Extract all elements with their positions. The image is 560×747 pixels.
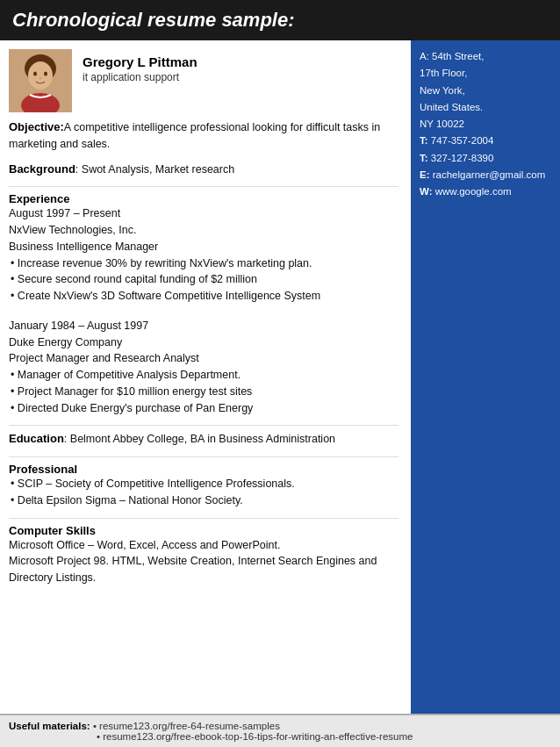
footer-link2[interactable]: • resume123.org/free-ebook-top-16-tips-f… xyxy=(9,731,413,742)
job1-bullet3: • Create NxView's 3D Software Competitiv… xyxy=(9,288,398,305)
title-bar: Chronological resume sample: xyxy=(0,0,560,40)
address-line1: A: 54th Street, xyxy=(420,49,551,64)
education-text: : Belmont Abbey College, BA in Business … xyxy=(64,433,335,445)
name-title-block: Gregory L Pittman it application support xyxy=(83,49,197,83)
svg-point-4 xyxy=(44,72,47,76)
job2-bullet2: • Project Manager for $10 million energy… xyxy=(9,384,398,400)
job2-dates: January 1984 – August 1997 xyxy=(9,318,398,334)
person-job-title: it application support xyxy=(83,71,197,83)
web-row: W: www.google.com xyxy=(420,184,551,199)
education-label: Education xyxy=(9,432,64,445)
email-label: E: xyxy=(420,169,430,180)
phone1-value: 747-357-2004 xyxy=(431,135,494,146)
job2: January 1984 – August 1997 Duke Energy C… xyxy=(9,318,398,417)
divider4 xyxy=(9,518,398,519)
page-title: Chronological resume sample: xyxy=(12,9,295,31)
job1-bullet2: • Secure second round capital funding of… xyxy=(9,271,398,288)
footer-link1[interactable]: • resume123.org/free-64-resume-samples xyxy=(93,721,280,731)
address-line4: United States. xyxy=(420,100,551,115)
person-name: Gregory L Pittman xyxy=(83,54,197,69)
objective-text: A competitive intelligence professional … xyxy=(9,121,380,150)
page: Chronological resume sample: xyxy=(0,0,560,747)
email-row: E: rachelgarner@gmail.com xyxy=(420,168,551,183)
experience-section: Experience August 1997 – Present NxView … xyxy=(9,192,398,416)
contact-sidebar: A: 54th Street, 17th Floor, New York, Un… xyxy=(411,40,560,714)
computer-skills-label: Computer Skills xyxy=(9,524,398,537)
computer-skills-line2: Microsoft Project 98. HTML, Website Crea… xyxy=(9,553,398,586)
email-value: rachelgarner@gmail.com xyxy=(433,169,546,180)
footer-bar: Useful materials: • resume123.org/free-6… xyxy=(0,714,560,747)
professional-section: Professional • SCIP – Society of Competi… xyxy=(9,463,398,509)
web-label: W: xyxy=(420,186,432,197)
web-value: www.google.com xyxy=(435,186,512,197)
divider3 xyxy=(9,456,398,457)
header-row: Gregory L Pittman it application support xyxy=(9,49,398,112)
resume-left: Gregory L Pittman it application support… xyxy=(0,40,411,714)
phone1-row: T: 747-357-2004 xyxy=(420,133,551,148)
professional-bullet2: • Delta Epsilon Sigma – National Honor S… xyxy=(9,492,398,509)
phone2-value: 327-127-8390 xyxy=(431,153,494,163)
background-section: Background: Swot Analysis, Market resear… xyxy=(9,162,398,178)
svg-point-2 xyxy=(28,61,53,90)
computer-skills-section: Computer Skills Microsoft Office – Word,… xyxy=(9,524,398,586)
phone1-label: T: xyxy=(420,135,428,146)
divider1 xyxy=(9,186,398,187)
job2-role: Project Manager and Research Analyst xyxy=(9,350,398,367)
job1-dates: August 1997 – Present xyxy=(9,205,398,222)
job2-company: Duke Energy Company xyxy=(9,334,398,351)
background-label: Background xyxy=(9,162,75,176)
phone2-row: T: 327-127-8390 xyxy=(420,151,551,166)
background-text: : Swot Analysis, Market research xyxy=(75,163,234,176)
objective-section: Objective:A competitive intelligence pro… xyxy=(9,119,398,153)
objective-label: Objective: xyxy=(9,120,64,133)
professional-label: Professional xyxy=(9,463,398,476)
professional-bullet1: • SCIP – Society of Competitive Intellig… xyxy=(9,476,398,492)
education-section: Education: Belmont Abbey College, BA in … xyxy=(9,431,398,448)
svg-point-5 xyxy=(39,77,42,79)
job1: August 1997 – Present NxView Technologie… xyxy=(9,205,398,305)
address-line3: New York, xyxy=(420,83,551,98)
job2-bullet3: • Directed Duke Energy's purchase of Pan… xyxy=(9,400,398,417)
job2-bullet1: • Manager of Competitive Analysis Depart… xyxy=(9,367,398,384)
main-content: Gregory L Pittman it application support… xyxy=(0,40,560,714)
footer-useful-label: Useful materials: xyxy=(9,721,90,731)
address-line2: 17th Floor, xyxy=(420,66,551,81)
job1-role: Business Intelligence Manager xyxy=(9,239,398,255)
divider2 xyxy=(9,425,398,426)
computer-skills-line1: Microsoft Office – Word, Excel, Access a… xyxy=(9,537,398,554)
phone2-label: T: xyxy=(420,153,428,163)
job1-company: NxView Technologies, Inc. xyxy=(9,222,398,239)
address-line5: NY 10022 xyxy=(420,117,551,132)
experience-label: Experience xyxy=(9,192,398,205)
avatar xyxy=(9,49,72,112)
job1-bullet1: • Increase revenue 30% by rewriting NxVi… xyxy=(9,255,398,272)
svg-point-3 xyxy=(33,72,37,76)
